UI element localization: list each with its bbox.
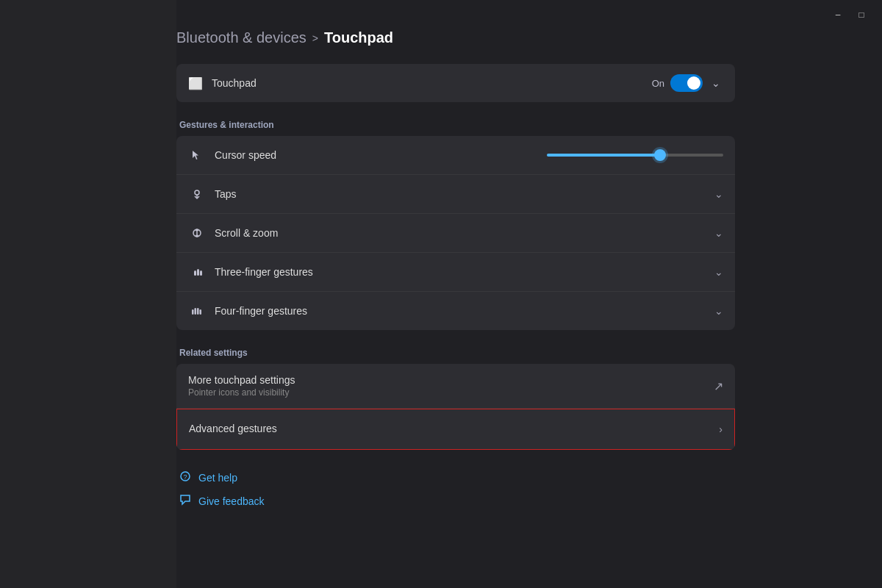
four-finger-icon: [188, 302, 206, 320]
more-touchpad-title: More touchpad settings: [188, 374, 714, 386]
svg-rect-7: [197, 308, 199, 315]
four-finger-item[interactable]: Four-finger gestures ⌄: [176, 292, 735, 330]
four-finger-content: Four-finger gestures ⌄: [215, 305, 723, 317]
svg-rect-6: [195, 308, 197, 315]
three-finger-chevron-icon: ⌄: [714, 266, 723, 278]
main-container: Bluetooth & devices > Touchpad ⬜ Touchpa…: [176, 29, 735, 512]
touchpad-label: Touchpad: [212, 77, 257, 89]
toggle-knob: [687, 76, 700, 90]
advanced-gestures-text: Advanced gestures: [189, 423, 719, 436]
more-touchpad-subtitle: Pointer icons and visibility: [188, 387, 714, 398]
sidebar: [0, 0, 176, 588]
titlebar: – □: [817, 0, 882, 29]
get-help-label: Get help: [198, 472, 237, 484]
more-touchpad-text: More touchpad settings Pointer icons and…: [188, 374, 714, 398]
three-finger-label: Three-finger gestures: [215, 266, 313, 278]
scroll-zoom-item[interactable]: Scroll & zoom ⌄: [176, 214, 735, 253]
svg-rect-4: [200, 270, 202, 276]
gestures-section-header: Gestures & interaction: [176, 120, 735, 130]
breadcrumb: Bluetooth & devices > Touchpad: [176, 29, 735, 46]
more-touchpad-item[interactable]: More touchpad settings Pointer icons and…: [176, 364, 735, 409]
gestures-group: Cursor speed: [176, 136, 735, 330]
external-link-icon: ↗: [714, 379, 723, 393]
breadcrumb-arrow: >: [312, 32, 318, 44]
maximize-button[interactable]: □: [850, 6, 873, 24]
give-feedback-icon: [179, 494, 191, 509]
scroll-zoom-label: Scroll & zoom: [215, 227, 278, 239]
cursor-speed-item: Cursor speed: [176, 136, 735, 175]
touchpad-toggle-right: On ⌄: [652, 74, 723, 92]
svg-rect-5: [192, 309, 194, 315]
minimize-button[interactable]: –: [826, 6, 850, 24]
touchpad-icon: ⬜: [188, 76, 203, 90]
svg-text:?: ?: [183, 473, 187, 481]
related-group: More touchpad settings Pointer icons and…: [176, 364, 735, 450]
svg-rect-2: [194, 270, 196, 276]
give-feedback-link[interactable]: Give feedback: [179, 491, 735, 512]
scroll-zoom-icon: [188, 224, 206, 242]
get-help-icon: ?: [179, 470, 191, 485]
four-finger-chevron-icon: ⌄: [714, 305, 723, 317]
taps-label: Taps: [215, 188, 237, 200]
advanced-gestures-item[interactable]: Advanced gestures ›: [176, 409, 735, 450]
three-finger-item[interactable]: Three-finger gestures ⌄: [176, 253, 735, 292]
three-finger-content: Three-finger gestures ⌄: [215, 266, 723, 278]
touchpad-toggle[interactable]: [670, 74, 703, 92]
breadcrumb-current: Touchpad: [324, 29, 393, 46]
cursor-speed-content: Cursor speed: [215, 149, 723, 161]
touchpad-toggle-card: ⬜ Touchpad On ⌄: [176, 64, 735, 102]
svg-rect-8: [200, 309, 202, 315]
window: – □ Bluetooth & devices > Touchpad ⬜ Tou…: [0, 0, 882, 588]
advanced-gestures-chevron-icon: ›: [719, 423, 723, 435]
taps-content: Taps ⌄: [215, 188, 723, 200]
svg-point-0: [195, 190, 199, 195]
four-finger-label: Four-finger gestures: [215, 305, 307, 317]
help-links: ? Get help Give feedback: [176, 467, 735, 512]
touchpad-on-label: On: [652, 78, 664, 89]
taps-chevron-icon: ⌄: [714, 188, 723, 200]
get-help-link[interactable]: ? Get help: [179, 467, 735, 488]
taps-icon: [188, 185, 206, 203]
cursor-speed-label: Cursor speed: [215, 149, 276, 161]
advanced-gestures-title: Advanced gestures: [189, 423, 719, 434]
touchpad-toggle-left: ⬜ Touchpad: [188, 76, 257, 90]
scroll-zoom-chevron-icon: ⌄: [714, 227, 723, 239]
related-section-header: Related settings: [176, 348, 735, 358]
breadcrumb-parent[interactable]: Bluetooth & devices: [176, 29, 306, 46]
cursor-speed-icon: [188, 146, 206, 164]
give-feedback-label: Give feedback: [198, 495, 265, 507]
taps-item[interactable]: Taps ⌄: [176, 175, 735, 214]
scroll-zoom-content: Scroll & zoom ⌄: [215, 227, 723, 239]
svg-rect-3: [197, 269, 199, 276]
cursor-speed-right: [547, 154, 723, 157]
touchpad-chevron-button[interactable]: ⌄: [709, 74, 723, 92]
cursor-speed-slider[interactable]: [547, 154, 723, 157]
three-finger-icon: [188, 263, 206, 281]
